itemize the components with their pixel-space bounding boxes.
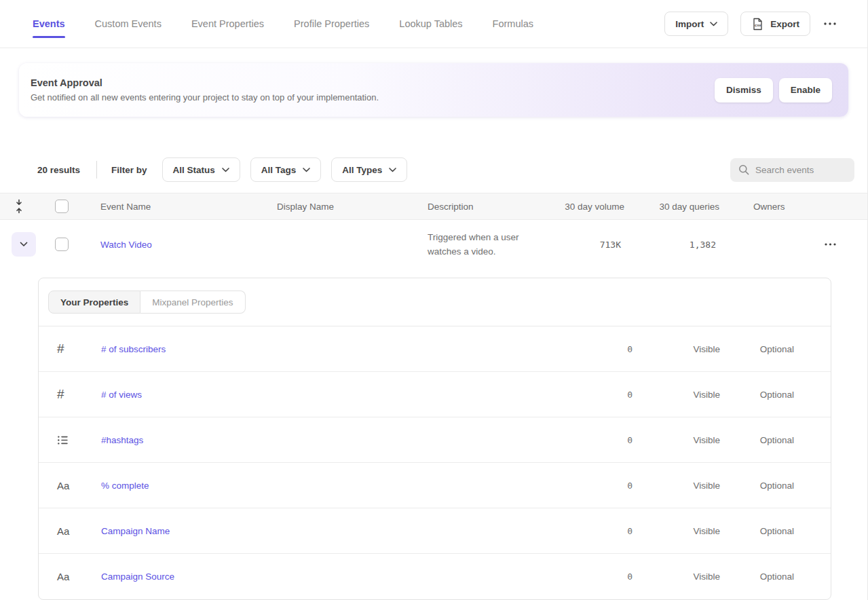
- event-name-link[interactable]: Watch Video: [100, 240, 152, 250]
- tab-event-properties[interactable]: Event Properties: [191, 18, 264, 29]
- property-row: Aa % complete 0 Visible Optional: [39, 463, 831, 508]
- property-requirement: Optional: [720, 435, 794, 445]
- property-row: #hashtags 0 Visible Optional: [39, 417, 831, 463]
- nav-actions: Import csv Export: [664, 12, 837, 36]
- tab-mixpanel-properties[interactable]: Mixpanel Properties: [140, 290, 245, 314]
- results-count: 20 results: [37, 165, 80, 175]
- property-visibility: Visible: [633, 435, 720, 445]
- lexicon-events-page: Events Custom Events Event Properties Pr…: [0, 0, 868, 600]
- svg-text:csv: csv: [755, 23, 761, 27]
- event-row-watch-video: Watch Video Triggered when a user watche…: [0, 220, 867, 269]
- property-name-link[interactable]: Campaign Name: [101, 526, 565, 536]
- property-name-link[interactable]: # of subscribers: [101, 344, 565, 354]
- property-count: 0: [565, 390, 633, 400]
- chevron-down-icon: [222, 168, 229, 172]
- expander-cell: [0, 232, 38, 257]
- property-visibility: Visible: [633, 481, 720, 491]
- tab-events[interactable]: Events: [33, 18, 65, 29]
- property-visibility: Visible: [633, 526, 720, 536]
- col-owners: Owners: [719, 202, 801, 212]
- volume-cell: 713K: [556, 240, 624, 250]
- ellipsis-icon: [825, 243, 836, 246]
- property-name-link[interactable]: #hashtags: [101, 435, 565, 445]
- row-more-button[interactable]: [823, 240, 837, 248]
- chevron-down-icon: [303, 168, 310, 172]
- row-checkbox-cell: [38, 238, 100, 251]
- property-count: 0: [565, 344, 633, 354]
- row-checkbox[interactable]: [55, 238, 69, 251]
- event-approval-banner: Event Approval Get notified on all new e…: [19, 63, 848, 117]
- property-row: Aa Campaign Source 0 Visible Optional: [39, 554, 831, 599]
- tags-filter-label: All Tags: [261, 165, 297, 175]
- tags-filter-dropdown[interactable]: All Tags: [250, 157, 322, 182]
- more-menu-button[interactable]: [823, 20, 837, 28]
- property-count: 0: [565, 481, 633, 491]
- chevron-down-icon: [389, 168, 396, 172]
- properties-tabs: Your Properties Mixpanel Properties: [39, 278, 831, 326]
- property-requirement: Optional: [720, 571, 794, 582]
- tab-your-properties[interactable]: Your Properties: [48, 290, 140, 314]
- collapse-all-icon: [14, 199, 24, 214]
- property-requirement: Optional: [720, 526, 794, 536]
- tab-custom-events[interactable]: Custom Events: [95, 18, 162, 29]
- divider: [96, 161, 97, 179]
- export-button[interactable]: csv Export: [740, 12, 810, 36]
- select-all-checkbox-cell: [38, 200, 100, 213]
- collapse-all-button[interactable]: [0, 199, 38, 214]
- import-button[interactable]: Import: [664, 12, 728, 36]
- search-icon: [738, 164, 749, 175]
- chevron-down-icon: [20, 242, 28, 247]
- col-30-day-volume: 30 day volume: [556, 202, 624, 212]
- property-name-link[interactable]: # of views: [101, 390, 565, 400]
- col-event-name: Event Name: [100, 202, 277, 212]
- banner-actions: Dismiss Enable: [715, 78, 832, 102]
- property-visibility: Visible: [633, 344, 720, 354]
- property-visibility: Visible: [633, 390, 720, 400]
- property-name-link[interactable]: Campaign Source: [101, 571, 565, 582]
- chevron-down-icon: [710, 22, 717, 26]
- property-row: # # of subscribers 0 Visible Optional: [39, 326, 831, 372]
- hash-icon: #: [39, 341, 101, 356]
- list-icon: [39, 434, 101, 446]
- property-name-link[interactable]: % complete: [101, 481, 565, 491]
- col-30-day-queries: 30 day queries: [624, 202, 719, 212]
- text-icon: Aa: [39, 480, 101, 491]
- description-cell: Triggered when a user watches a video.: [428, 230, 556, 259]
- property-row: Aa Campaign Name 0 Visible Optional: [39, 508, 831, 554]
- collapse-row-button[interactable]: [12, 232, 36, 257]
- hash-icon: #: [39, 387, 101, 402]
- types-filter-dropdown[interactable]: All Types: [331, 157, 407, 182]
- search-input[interactable]: [755, 165, 846, 175]
- text-icon: Aa: [39, 571, 101, 582]
- nav-tabs: Events Custom Events Event Properties Pr…: [33, 18, 533, 29]
- types-filter-label: All Types: [342, 165, 382, 175]
- property-row: # # of views 0 Visible Optional: [39, 372, 831, 417]
- dismiss-button[interactable]: Dismiss: [715, 78, 773, 102]
- property-requirement: Optional: [720, 390, 794, 400]
- enable-button[interactable]: Enable: [779, 78, 832, 102]
- ellipsis-icon: [824, 22, 836, 25]
- tab-lookup-tables[interactable]: Lookup Tables: [399, 18, 462, 29]
- property-count: 0: [565, 571, 633, 582]
- status-filter-label: All Status: [173, 165, 215, 175]
- properties-panel: Your Properties Mixpanel Properties # # …: [38, 278, 831, 600]
- filter-bar: 20 results Filter by All Status All Tags…: [0, 157, 867, 182]
- tab-formulas[interactable]: Formulas: [493, 18, 533, 29]
- select-all-checkbox[interactable]: [55, 200, 69, 213]
- text-icon: Aa: [39, 525, 101, 537]
- tab-profile-properties[interactable]: Profile Properties: [294, 18, 369, 29]
- import-label: Import: [675, 19, 704, 29]
- export-label: Export: [770, 19, 799, 29]
- property-requirement: Optional: [720, 481, 794, 491]
- property-visibility: Visible: [633, 571, 720, 582]
- top-nav: Events Custom Events Event Properties Pr…: [0, 0, 867, 48]
- queries-cell: 1,382: [624, 240, 719, 250]
- property-requirement: Optional: [720, 344, 794, 354]
- banner-title: Event Approval: [31, 77, 379, 88]
- events-table-header: Event Name Display Name Description 30 d…: [0, 193, 867, 220]
- banner-description: Get notified on all new events entering …: [31, 92, 379, 102]
- search-box[interactable]: [730, 158, 854, 182]
- status-filter-dropdown[interactable]: All Status: [162, 157, 240, 182]
- csv-file-icon: csv: [751, 18, 764, 31]
- filter-by-label: Filter by: [111, 165, 147, 175]
